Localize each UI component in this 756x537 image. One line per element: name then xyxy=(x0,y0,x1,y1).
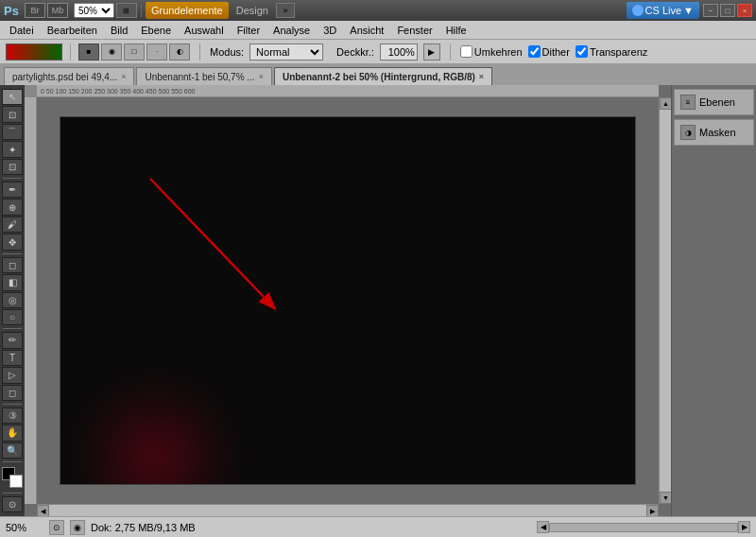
minimize-btn[interactable]: − xyxy=(703,4,718,17)
bokeh-circle xyxy=(534,274,551,291)
mini-bridge-icon[interactable]: Mb xyxy=(47,3,68,18)
scroll-left-btn[interactable]: ◀ xyxy=(37,505,49,516)
menu-filter[interactable]: Filter xyxy=(232,23,266,38)
menu-auswahl[interactable]: Auswahl xyxy=(179,23,230,38)
tool-brush[interactable]: 🖌 xyxy=(2,217,23,233)
status-info-icon[interactable]: ◉ xyxy=(70,520,85,535)
masken-label: Masken xyxy=(699,127,736,138)
scroll-v-track[interactable] xyxy=(660,110,671,492)
tool-blur[interactable]: ◎ xyxy=(2,292,23,308)
bokeh-circle xyxy=(253,381,284,411)
scrollbar-vertical[interactable]: ▲ ▼ xyxy=(659,97,671,504)
tool-magic-wand[interactable]: ✦ xyxy=(2,141,23,157)
statusbar-doc-info: Dok: 2,75 MB/9,13 MB xyxy=(91,522,531,533)
ebenen-panel-btn[interactable]: ≡ Ebenen xyxy=(674,89,754,115)
canvas[interactable] xyxy=(60,116,636,485)
tool-dodge[interactable]: ○ xyxy=(2,309,23,325)
scroll-down-btn[interactable]: ▼ xyxy=(660,492,671,504)
right-panel: ≡ Ebenen ◑ Masken xyxy=(671,85,756,516)
scrollbar-horizontal[interactable]: ◀ ▶ xyxy=(37,504,659,516)
statusbar-scroll-right[interactable]: ▶ xyxy=(738,521,750,533)
brush-options: ■ ◉ □ · ◐ xyxy=(78,43,190,61)
tool-pen[interactable]: ✏ xyxy=(2,332,23,348)
bridge-icon[interactable]: Br xyxy=(25,3,45,18)
menu-fenster[interactable]: Fenster xyxy=(391,23,438,38)
menu-bearbeiten[interactable]: Bearbeiten xyxy=(42,23,103,38)
umkehren-checkbox-group[interactable]: Umkehren xyxy=(460,45,523,58)
bokeh-circle xyxy=(284,370,300,385)
transparenz-label: Transparenz xyxy=(590,46,647,58)
tab-unbenannt1[interactable]: Unbenannt-1 bei 50,7% ... × xyxy=(136,67,271,85)
status-arrow-icon[interactable]: ⊙ xyxy=(49,520,64,535)
tool-hand[interactable]: ✋ xyxy=(2,424,23,441)
brush-reflect-btn[interactable]: ◐ xyxy=(169,43,190,61)
background-swatch[interactable] xyxy=(9,475,23,488)
topnav-right: CS Live ▼ − □ × xyxy=(627,2,752,19)
brush-square-btn[interactable]: □ xyxy=(124,43,145,61)
menu-hilfe[interactable]: Hilfe xyxy=(440,23,472,38)
statusbar-scroll-left[interactable]: ◀ xyxy=(537,521,549,533)
mode-select[interactable]: Normal Auflösen Abdunkeln xyxy=(249,43,323,61)
brush-round-btn[interactable]: ◉ xyxy=(101,43,122,61)
dither-checkbox[interactable] xyxy=(528,45,541,58)
workspace-design-btn[interactable]: Design xyxy=(231,2,274,19)
tool-move[interactable]: ↖ xyxy=(2,89,23,105)
tool-eraser[interactable]: ◻ xyxy=(2,257,23,273)
tool-clone[interactable]: ✥ xyxy=(2,234,23,250)
bokeh-circle xyxy=(617,291,636,312)
restore-btn[interactable]: □ xyxy=(720,4,735,17)
tool-eyedropper[interactable]: ✒ xyxy=(2,182,23,198)
cs-live-btn[interactable]: CS Live ▼ xyxy=(627,2,699,19)
options-separator xyxy=(70,43,71,61)
canvas-options-btn[interactable]: ⊞ xyxy=(116,3,137,18)
brush-dot-btn[interactable]: · xyxy=(146,43,167,61)
masken-panel-btn[interactable]: ◑ Masken xyxy=(674,119,754,146)
tool-shape[interactable]: ◻ xyxy=(2,385,23,401)
bokeh-circle xyxy=(220,395,241,416)
zoom-select[interactable]: 50% xyxy=(74,3,114,18)
tool-crop[interactable]: ⊡ xyxy=(2,159,23,175)
mode-label: Modus: xyxy=(210,46,244,58)
bokeh-circle xyxy=(559,177,582,199)
menu-datei[interactable]: Datei xyxy=(4,23,40,38)
tab-unbenannt2-close[interactable]: × xyxy=(479,72,484,81)
color-swatch[interactable] xyxy=(6,43,62,61)
close-btn[interactable]: × xyxy=(737,4,752,17)
dither-checkbox-group[interactable]: Dither xyxy=(528,45,570,58)
fg-bg-swatches[interactable] xyxy=(2,467,23,488)
tool-type[interactable]: T xyxy=(2,350,23,366)
bokeh-circle xyxy=(620,162,635,177)
scroll-h-track[interactable] xyxy=(49,505,646,516)
tool-heal[interactable]: ⊕ xyxy=(2,199,23,215)
menu-analyse[interactable]: Analyse xyxy=(267,23,316,38)
menu-ebene[interactable]: Ebene xyxy=(135,23,177,38)
transparenz-checkbox[interactable] xyxy=(576,45,588,58)
umkehren-checkbox[interactable] xyxy=(460,45,472,58)
tool-lasso[interactable]: ⌒ xyxy=(2,124,23,140)
options-sep3 xyxy=(450,43,451,61)
tool-zoom[interactable]: 🔍 xyxy=(2,442,23,459)
tool-marquee[interactable]: ⊡ xyxy=(2,106,23,122)
brush-solid-btn[interactable]: ■ xyxy=(78,43,99,61)
tab-unbenannt2[interactable]: Unbenannt-2 bei 50% (Hintergrund, RGB/8)… xyxy=(274,67,492,85)
opacity-input[interactable] xyxy=(380,43,418,61)
scroll-up-btn[interactable]: ▲ xyxy=(660,97,671,110)
tab-partylights[interactable]: partylights.psd bei 49,4... × xyxy=(4,67,134,85)
menu-ansicht[interactable]: Ansicht xyxy=(344,23,389,38)
ebenen-icon: ≡ xyxy=(680,95,696,110)
tool-quick-mask[interactable]: ⊙ xyxy=(2,496,23,512)
transparenz-checkbox-group[interactable]: Transparenz xyxy=(576,45,647,58)
scroll-right-btn[interactable]: ▶ xyxy=(646,505,659,516)
tab-partylights-close[interactable]: × xyxy=(121,72,126,81)
menu-bild[interactable]: Bild xyxy=(105,23,133,38)
opacity-arrow-btn[interactable]: ▶ xyxy=(423,43,440,61)
tool-gradient[interactable]: ◧ xyxy=(2,274,23,290)
tab-unbenannt1-close[interactable]: × xyxy=(259,72,264,81)
statusbar-scrolltrack[interactable] xyxy=(549,523,738,532)
workspace-more-btn[interactable]: » xyxy=(276,3,295,18)
tool-path[interactable]: ▷ xyxy=(2,367,23,383)
dither-label: Dither xyxy=(542,46,570,58)
menu-3d[interactable]: 3D xyxy=(318,23,342,38)
tool-3d[interactable]: ③ xyxy=(2,407,23,424)
workspace-grundelemente-btn[interactable]: Grundelemente xyxy=(146,2,229,19)
